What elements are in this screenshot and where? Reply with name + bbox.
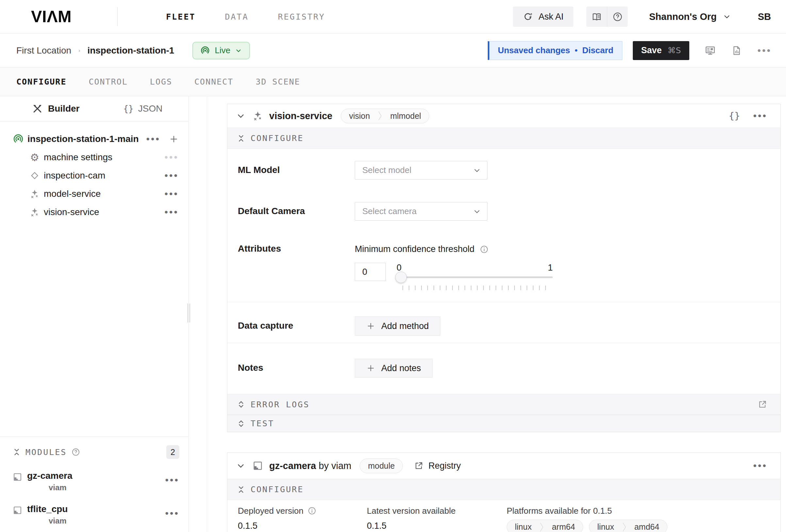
- add-notes-button[interactable]: Add notes: [355, 359, 433, 378]
- module-tag: module: [360, 459, 403, 473]
- notes-field: Notes Add notes: [227, 359, 781, 394]
- tree-item-machine-settings[interactable]: ⚙ machine settings •••: [0, 148, 188, 166]
- unsaved-changes-text: Unsaved changes: [498, 45, 570, 55]
- threshold-number-input[interactable]: 0: [355, 263, 386, 281]
- test-section-bar[interactable]: TEST: [227, 415, 781, 432]
- module-name: tflite_cpu: [27, 504, 165, 514]
- ml-model-label: ML Model: [227, 161, 355, 175]
- item-more-menu[interactable]: •••: [164, 189, 179, 199]
- tag-segment: amd64: [627, 520, 667, 532]
- breadcrumb-separator: ›: [78, 48, 80, 53]
- tree-item-main-part[interactable]: inspection-station-1-main •••: [0, 130, 188, 148]
- logs-document-icon[interactable]: [731, 45, 742, 56]
- collapse-chevron-icon[interactable]: [236, 111, 246, 121]
- discard-button[interactable]: Discard: [582, 45, 613, 55]
- module-org: viam: [49, 516, 165, 526]
- module-list-item-tflite-cpu[interactable]: tflite_cpu viam •••: [13, 504, 179, 526]
- tab-control[interactable]: CONTROL: [89, 77, 128, 87]
- json-toggle[interactable]: {} JSON: [123, 103, 162, 114]
- unsaved-changes-banner: Unsaved changes • Discard: [488, 41, 622, 60]
- user-avatar[interactable]: SB: [758, 11, 771, 22]
- tag-segment: vision: [341, 109, 378, 123]
- control-monitor-icon[interactable]: [704, 45, 716, 56]
- add-method-button[interactable]: Add method: [355, 317, 440, 336]
- test-label: TEST: [251, 419, 274, 428]
- module-more-menu[interactable]: •••: [165, 508, 179, 518]
- sidebar-resize-handle[interactable]: [187, 304, 190, 322]
- add-notes-label: Add notes: [381, 363, 421, 373]
- default-camera-select[interactable]: Select camera: [355, 202, 487, 221]
- slider-handle[interactable]: [395, 271, 407, 283]
- tree-item-inspection-cam[interactable]: inspection-cam •••: [0, 166, 188, 185]
- ask-ai-button[interactable]: Ask AI: [513, 6, 573, 27]
- org-switcher[interactable]: Shannon's Org: [649, 11, 731, 22]
- modules-help-icon[interactable]: [71, 448, 80, 457]
- module-list-item-gz-camera[interactable]: gz-camera viam •••: [13, 470, 179, 492]
- help-icon[interactable]: [607, 6, 628, 27]
- part-more-menu[interactable]: •••: [146, 134, 160, 144]
- tab-configure[interactable]: CONFIGURE: [16, 77, 66, 87]
- deployed-version-value: 0.1.5: [238, 521, 367, 531]
- tab-3d-scene[interactable]: 3D SCENE: [255, 77, 300, 87]
- machine-more-menu[interactable]: •••: [757, 46, 771, 55]
- divider: [227, 343, 781, 343]
- tab-connect[interactable]: CONNECT: [194, 77, 233, 87]
- module-more-menu[interactable]: •••: [165, 475, 179, 485]
- error-logs-label: ERROR LOGS: [251, 400, 310, 409]
- breadcrumb-location[interactable]: First Location: [16, 45, 71, 56]
- machine-part-tree: inspection-station-1-main ••• ⚙ machine …: [0, 121, 188, 436]
- item-more-menu[interactable]: •••: [164, 171, 179, 180]
- help-icon-group: [586, 6, 628, 27]
- chevron-down-icon: [723, 13, 731, 21]
- nav-link-data[interactable]: DATA: [225, 12, 249, 22]
- nav-link-registry[interactable]: REGISTRY: [278, 12, 325, 22]
- module-steps-icon: [13, 505, 23, 515]
- bullet-separator: •: [575, 45, 578, 55]
- registry-link[interactable]: Registry: [414, 461, 461, 471]
- docs-book-icon[interactable]: [586, 6, 607, 27]
- breadcrumb-machine-name: inspection-station-1: [87, 45, 174, 56]
- config-sidebar: Builder {} JSON inspection-station-1-mai…: [0, 96, 189, 532]
- external-link-icon[interactable]: [758, 400, 767, 409]
- viam-logo[interactable]: VIΛM: [31, 7, 72, 26]
- card-title: vision-service: [269, 111, 332, 121]
- json-label: JSON: [138, 103, 163, 114]
- machine-status-dropdown[interactable]: Live: [192, 42, 250, 59]
- vision-service-config-body: ML Model Select model Default Camera Sel…: [227, 149, 781, 394]
- modules-header[interactable]: MODULES 2: [13, 445, 179, 459]
- save-button[interactable]: Save ⌘S: [633, 41, 690, 60]
- tab-logs[interactable]: LOGS: [150, 77, 172, 87]
- ml-model-select[interactable]: Select model: [355, 161, 487, 179]
- crossed-tools-icon: [32, 103, 43, 114]
- configure-section-label: CONFIGURE: [251, 485, 303, 494]
- edit-json-icon[interactable]: {}: [729, 110, 740, 121]
- latest-version-value: 0.1.5: [367, 521, 507, 531]
- module-org: viam: [49, 483, 165, 492]
- error-logs-section-bar[interactable]: ERROR LOGS: [227, 394, 781, 415]
- nav-link-fleet[interactable]: FLEET: [166, 12, 195, 22]
- configure-section-bar[interactable]: CONFIGURE: [227, 479, 781, 500]
- module-card-header: gz-camera by viam module Registry •••: [227, 453, 781, 479]
- tag-segment: linux: [507, 520, 539, 532]
- tree-item-model-service[interactable]: model-service •••: [0, 185, 188, 203]
- info-icon[interactable]: [480, 245, 489, 254]
- info-icon[interactable]: [307, 506, 317, 515]
- tree-item-vision-service[interactable]: vision-service •••: [0, 203, 188, 221]
- machine-header-bar: First Location › inspection-station-1 Li…: [0, 33, 786, 68]
- primary-nav: FLEET DATA REGISTRY: [166, 12, 325, 22]
- item-more-menu[interactable]: •••: [164, 152, 179, 162]
- collapse-chevron-icon[interactable]: [236, 461, 246, 470]
- add-component-icon[interactable]: [169, 134, 179, 144]
- braces-icon: {}: [123, 104, 133, 114]
- card-more-menu[interactable]: •••: [753, 111, 767, 121]
- top-nav: VIΛM FLEET DATA REGISTRY Ask AI: [0, 0, 786, 33]
- builder-toggle[interactable]: Builder: [32, 103, 79, 114]
- gear-icon: ⚙: [29, 152, 41, 163]
- plus-icon: [366, 364, 375, 373]
- item-more-menu[interactable]: •••: [164, 207, 179, 217]
- expand-icon: [237, 419, 245, 428]
- configure-section-bar[interactable]: CONFIGURE: [227, 128, 781, 149]
- card-more-menu[interactable]: •••: [753, 461, 767, 470]
- configure-section-label: CONFIGURE: [251, 134, 303, 143]
- slider-track[interactable]: [397, 276, 553, 278]
